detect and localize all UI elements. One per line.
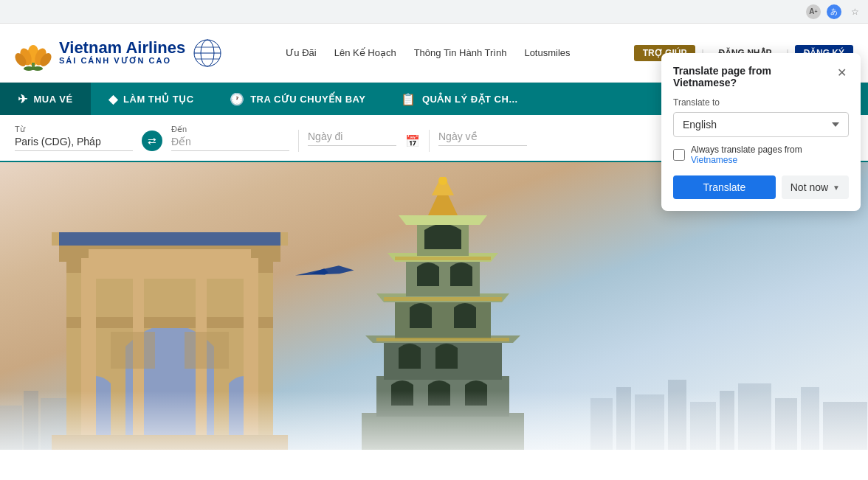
- popup-header: Translate page from Vietnamese? ✕: [673, 65, 849, 88]
- main-nav: Ưu Đãi Lên Kế Hoạch Thông Tin Hành Trình…: [286, 47, 570, 58]
- return-label: Ngày về: [438, 131, 527, 146]
- depart-field[interactable]: Ngày đi: [308, 131, 396, 146]
- svg-rect-34: [89, 249, 251, 279]
- calendar-depart-icon: 📅: [405, 134, 420, 148]
- always-translate-checkbox[interactable]: [673, 149, 685, 161]
- from-value: Paris (CDG), Pháp: [15, 136, 133, 151]
- favorites-icon[interactable]: ☆: [847, 4, 862, 19]
- tab-mua-ve[interactable]: ✈ MUA VÉ: [0, 83, 91, 115]
- tab-tra-cuu-label: TRA CỨU CHUYẾN BAY: [250, 94, 365, 105]
- svg-line-59: [294, 275, 295, 276]
- plane-icon: ✈: [18, 92, 28, 106]
- depart-label: Ngày đi: [308, 131, 396, 146]
- fog-overlay: [0, 391, 868, 450]
- tab-tra-cuu[interactable]: 🕐 TRA CỨU CHUYẾN BAY: [212, 83, 384, 115]
- clock-icon: 🕐: [230, 92, 245, 106]
- font-size-icon[interactable]: A+: [806, 4, 821, 19]
- checkin-icon: ◆: [108, 92, 118, 106]
- lotus-logo: [15, 35, 52, 72]
- tab-lam-thu-tuc[interactable]: ◆ LÀM THỦ TỤC: [91, 83, 212, 115]
- svg-rect-47: [395, 299, 491, 339]
- popup-title: Translate page from Vietnamese?: [673, 65, 834, 88]
- translate-button[interactable]: Translate: [673, 175, 776, 199]
- popup-actions: Translate Not now ▼: [673, 175, 849, 199]
- tab-lam-thu-tuc-label: LÀM THỦ TỤC: [123, 94, 194, 105]
- translate-browser-icon[interactable]: あ: [827, 4, 841, 19]
- logo-area: Vietnam Airlines SÁI CÁNH VƯƠN CAO: [15, 35, 222, 72]
- svg-rect-30: [66, 317, 273, 328]
- svg-rect-42: [59, 232, 280, 246]
- svg-point-7: [24, 66, 34, 71]
- browser-chrome: A+ あ ☆: [0, 0, 868, 24]
- svg-rect-58: [395, 257, 491, 260]
- logo-text-area: Vietnam Airlines SÁI CÁNH VƯƠN CAO: [59, 40, 185, 66]
- svg-marker-52: [399, 215, 487, 225]
- nav-lotusmiles[interactable]: Lotusmiles: [524, 47, 570, 58]
- to-placeholder: Đến: [171, 136, 289, 151]
- chevron-down-icon: ▼: [833, 184, 840, 192]
- translate-to-label: Translate to: [673, 97, 849, 108]
- svg-point-8: [32, 66, 43, 71]
- booking-icon: 📋: [401, 92, 416, 106]
- svg-rect-40: [111, 332, 155, 369]
- nav-len-ke-hoach[interactable]: Lên Kế Hoạch: [334, 47, 396, 58]
- tab-mua-ve-label: MUA VÉ: [34, 94, 73, 105]
- swap-button[interactable]: ⇄: [142, 131, 162, 151]
- to-label: Đến: [171, 125, 289, 134]
- airline-name: Vietnam Airlines: [59, 40, 185, 56]
- close-button[interactable]: ✕: [834, 65, 849, 80]
- website-content: Vietnam Airlines SÁI CÁNH VƯƠN CAO Ưu Đã…: [0, 24, 868, 480]
- nav-thong-tin[interactable]: Thông Tin Hành Trình: [414, 47, 507, 58]
- from-label: Từ: [15, 125, 133, 134]
- svg-rect-56: [376, 338, 509, 341]
- always-translate-label[interactable]: Always translate pages from Vietnamese: [691, 145, 849, 165]
- tab-quan-ly-label: QUẢN LÝ ĐẶT CH...: [422, 94, 518, 105]
- from-field[interactable]: Từ Paris (CDG), Pháp: [15, 125, 133, 151]
- airline-tagline: SÁI CÁNH VƯƠN CAO: [59, 56, 185, 66]
- language-dropdown[interactable]: English: [673, 112, 849, 137]
- always-translate-option: Always translate pages from Vietnamese: [673, 145, 849, 165]
- return-field[interactable]: Ngày về: [438, 131, 527, 146]
- globe-emblem: [193, 38, 222, 68]
- not-now-label: Not now: [790, 181, 828, 193]
- nav-uu-dai[interactable]: Ưu Đãi: [286, 47, 316, 58]
- not-now-button[interactable]: Not now ▼: [782, 175, 849, 199]
- to-field[interactable]: Đến Đến: [171, 125, 289, 151]
- source-language: Vietnamese: [691, 155, 737, 165]
- tab-quan-ly[interactable]: 📋 QUẢN LÝ ĐẶT CH...: [383, 83, 535, 115]
- translate-popup: Translate page from Vietnamese? ✕ Transl…: [661, 53, 861, 211]
- svg-rect-57: [384, 297, 502, 301]
- svg-rect-41: [185, 332, 229, 369]
